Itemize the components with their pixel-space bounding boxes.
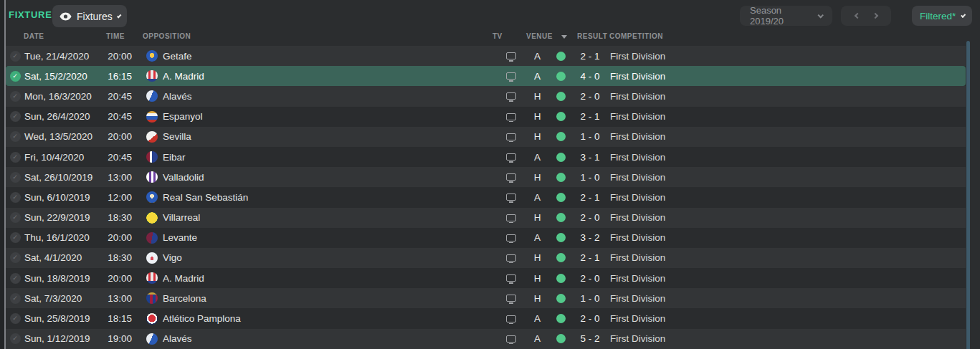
result-score: 2 - 1	[572, 111, 608, 122]
chevron-down-icon	[117, 14, 122, 19]
win-indicator-dot	[556, 112, 566, 121]
fixtures-view-dropdown[interactable]: Fixtures	[52, 5, 127, 27]
fixture-time: 20:45	[105, 111, 132, 122]
venue-value: A	[525, 313, 549, 324]
team-badge-icon	[146, 131, 158, 143]
opposition-name: Sevilla	[163, 131, 191, 142]
fixture-time: 20:45	[105, 152, 132, 163]
team-badge-icon	[146, 252, 158, 264]
competition-name: First Division	[608, 313, 966, 324]
fixture-row[interactable]: ✓ Mon, 16/3/2020 20:45 Alavés H 2 - 0 Fi…	[6, 86, 966, 106]
played-check-cell: ✓	[6, 252, 24, 263]
opposition-cell: A. Madrid	[146, 272, 497, 284]
result-indicator-cell	[549, 233, 572, 242]
venue-value: A	[525, 192, 549, 203]
opposition-cell: Espanyol	[146, 111, 497, 123]
opposition-name: Alavés	[163, 91, 192, 102]
opposition-cell: A. Madrid	[146, 70, 497, 82]
team-badge-icon	[146, 70, 158, 82]
fixture-row[interactable]: ✓ Thu, 16/1/2020 20:00 Levante A 3 - 2 F…	[6, 228, 966, 248]
season-pager	[841, 6, 891, 26]
played-check-icon: ✓	[10, 111, 21, 122]
venue-value: H	[525, 111, 549, 122]
column-header-time[interactable]: TIME	[106, 32, 125, 40]
opposition-cell: Sevilla	[146, 131, 497, 143]
venue-value: H	[525, 172, 549, 183]
column-header-tv[interactable]: TV	[493, 32, 503, 40]
fixture-date: Fri, 10/4/2020	[24, 152, 105, 163]
opposition-name: Real San Sebastián	[163, 192, 248, 203]
tv-icon	[506, 234, 516, 242]
played-check-icon: ✓	[10, 273, 21, 284]
fixture-date: Sat, 26/10/2019	[24, 172, 105, 183]
sort-descending-icon[interactable]	[561, 35, 567, 39]
result-score: 2 - 0	[572, 273, 608, 284]
played-check-icon: ✓	[10, 293, 21, 304]
opposition-cell: Vigo	[146, 252, 497, 264]
result-score: 3 - 2	[572, 232, 608, 243]
filter-dropdown[interactable]: Filtered*	[912, 6, 972, 26]
fixture-date: Sat, 4/1/2020	[24, 252, 105, 263]
opposition-cell: Getafe	[146, 50, 497, 62]
result-indicator-cell	[549, 92, 572, 101]
result-score: 2 - 0	[572, 212, 608, 223]
tv-cell	[497, 234, 525, 242]
fixture-row[interactable]: ✓ Sun, 22/9/2019 18:30 Villarreal H 2 - …	[6, 208, 966, 228]
played-check-cell: ✓	[6, 333, 24, 344]
fixture-row[interactable]: ✓ Sat, 4/1/2020 18:30 Vigo H 2 - 1 First…	[6, 248, 966, 268]
previous-season-button[interactable]	[854, 13, 860, 19]
fixture-date: Sun, 18/8/2019	[24, 273, 105, 284]
fixture-row[interactable]: ✓ Sun, 26/4/2020 20:45 Espanyol H 2 - 1 …	[6, 107, 966, 127]
fixture-time: 20:45	[105, 91, 132, 102]
result-score: 2 - 1	[572, 192, 608, 203]
opposition-name: Barcelona	[163, 293, 206, 304]
column-header-date[interactable]: DATE	[24, 32, 44, 40]
fixture-time: 12:00	[105, 192, 132, 203]
column-header-competition[interactable]: COMPETITION	[609, 32, 663, 40]
fixture-row[interactable]: ✓ Sat, 15/2/2020 16:15 A. Madrid A 4 - 0…	[6, 66, 966, 86]
played-check-cell: ✓	[6, 313, 24, 324]
fixture-time: 20:00	[105, 51, 132, 62]
win-indicator-dot	[556, 193, 566, 202]
fixture-time: 18:15	[105, 313, 132, 324]
tv-icon	[506, 193, 516, 201]
result-score: 1 - 0	[572, 131, 608, 142]
result-indicator-cell	[549, 253, 572, 262]
result-score: 2 - 0	[572, 313, 608, 324]
win-indicator-dot	[556, 314, 566, 323]
column-header-venue[interactable]: VENUE	[526, 32, 553, 40]
fixture-row[interactable]: ✓ Sun, 18/8/2019 20:00 A. Madrid H 2 - 0…	[6, 268, 966, 288]
fixture-row[interactable]: ✓ Sun, 25/8/2019 18:15 Atlético Pamplona…	[6, 308, 966, 328]
tv-icon	[506, 295, 516, 302]
opposition-cell: Valladolid	[146, 171, 497, 183]
result-score: 4 - 0	[572, 71, 608, 82]
fixture-row[interactable]: ✓ Sat, 7/3/2020 13:00 Barcelona H 1 - 0 …	[6, 288, 966, 308]
fixture-row[interactable]: ✓ Wed, 13/5/2020 20:00 Sevilla H 1 - 0 F…	[6, 127, 966, 147]
venue-value: H	[525, 252, 549, 263]
next-season-button[interactable]	[872, 13, 877, 19]
fixture-row[interactable]: ✓ Sun, 6/10/2019 12:00 Real San Sebastiá…	[6, 187, 966, 207]
vertical-scrollbar[interactable]	[966, 41, 970, 349]
win-indicator-dot	[556, 294, 566, 303]
opposition-name: Alavés	[163, 333, 192, 344]
tv-cell	[497, 52, 525, 59]
tv-cell	[497, 133, 525, 140]
result-score: 2 - 1	[572, 252, 608, 263]
tv-icon	[506, 113, 516, 120]
fixture-row[interactable]: ✓ Sun, 1/12/2019 19:00 Alavés A 5 - 2 Fi…	[6, 329, 966, 349]
fixture-row[interactable]: ✓ Tue, 21/4/2020 20:00 Getafe A 2 - 1 Fi…	[6, 46, 966, 66]
win-indicator-dot	[556, 253, 566, 262]
fixture-row[interactable]: ✓ Fri, 10/4/2020 20:45 Eibar A 3 - 1 Fir…	[6, 147, 966, 167]
fixture-time: 16:15	[105, 71, 132, 82]
competition-name: First Division	[608, 192, 966, 203]
opposition-name: Valladolid	[163, 172, 204, 183]
result-indicator-cell	[549, 112, 572, 121]
opposition-name: Atlético Pamplona	[163, 313, 241, 324]
played-check-icon: ✓	[10, 71, 21, 82]
competition-name: First Division	[608, 293, 966, 304]
column-header-opposition[interactable]: OPPOSITION	[143, 32, 191, 40]
venue-value: H	[525, 273, 549, 284]
season-dropdown[interactable]: Season 2019/20	[740, 6, 832, 26]
fixture-row[interactable]: ✓ Sat, 26/10/2019 13:00 Valladolid H 1 -…	[6, 167, 966, 187]
column-header-result[interactable]: RESULT	[577, 32, 607, 40]
